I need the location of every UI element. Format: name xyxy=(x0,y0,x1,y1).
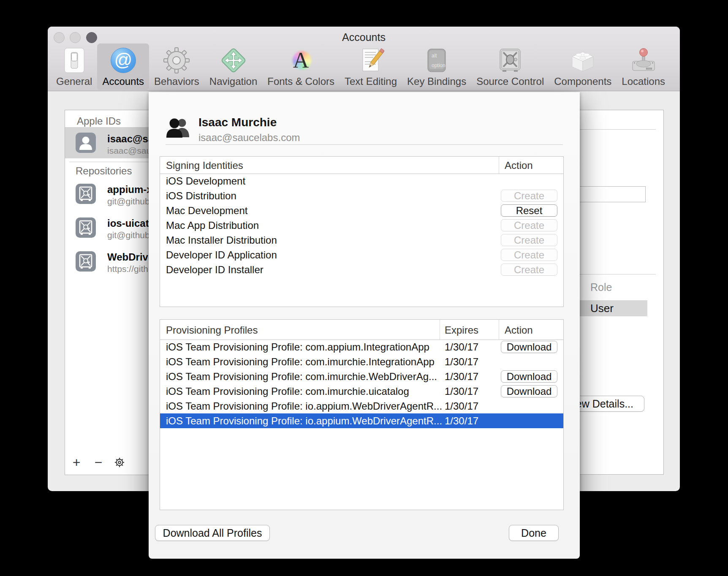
signing-name: Mac Installer Distribution xyxy=(166,234,277,246)
toolbar-item-general[interactable]: General xyxy=(51,43,97,90)
toolbar-item-locations[interactable]: Locations xyxy=(617,43,670,90)
provisioning-profiles-header: Provisioning Profiles xyxy=(166,324,258,336)
signing-row[interactable]: Developer ID Installer Create xyxy=(160,262,563,277)
profile-row[interactable]: iOS Team Provisioning Profile: io.appium… xyxy=(160,399,563,413)
repo-safe-icon xyxy=(76,217,96,239)
locations-drive-icon xyxy=(630,47,657,74)
download-button[interactable]: Download xyxy=(501,341,557,353)
column-divider xyxy=(440,320,440,340)
components-brick-icon xyxy=(569,47,596,74)
navigation-diamond-icon xyxy=(220,47,247,74)
create-button[interactable]: Create xyxy=(501,264,557,276)
profile-row[interactable]: iOS Team Provisioning Profile: com.imurc… xyxy=(160,384,563,399)
option-key-icon: altoption xyxy=(423,47,450,74)
remove-account-button[interactable]: − xyxy=(90,454,106,470)
create-button[interactable]: Create xyxy=(501,234,557,246)
action-column-header: Action xyxy=(505,324,533,336)
repo-safe-icon xyxy=(76,251,96,273)
general-icon xyxy=(61,47,88,74)
profile-name: iOS Team Provisioning Profile: com.imurc… xyxy=(166,371,437,383)
window-title: Accounts xyxy=(48,31,680,43)
toolbar-items: General @ Accounts Behaviors Navigation … xyxy=(51,43,670,90)
action-column-header: Action xyxy=(505,160,533,171)
signing-row[interactable]: iOS Distribution Create xyxy=(160,188,563,203)
sheet-account-email: isaac@saucelabs.com xyxy=(198,132,300,144)
text-editing-icon xyxy=(357,47,384,74)
profile-name: iOS Team Provisioning Profile: com.appiu… xyxy=(166,341,429,353)
toolbar-item-source-control[interactable]: Source Control xyxy=(471,43,549,90)
toolbar-item-navigation[interactable]: Navigation xyxy=(204,43,262,90)
profile-row[interactable]: iOS Team Provisioning Profile: com.appiu… xyxy=(160,340,563,354)
profile-expires: 1/30/17 xyxy=(445,415,478,427)
expires-column-header: Expires xyxy=(445,324,478,336)
profile-name: iOS Team Provisioning Profile: io.appium… xyxy=(166,400,442,412)
signing-name: Mac Development xyxy=(166,205,247,217)
toolbar-item-label: Locations xyxy=(622,76,665,87)
create-button[interactable]: Create xyxy=(501,249,557,261)
toolbar-item-components[interactable]: Components xyxy=(549,43,617,90)
signing-row[interactable]: Mac Development Reset xyxy=(160,203,563,218)
create-button[interactable]: Create xyxy=(501,190,557,202)
signing-identities-header: Signing Identities xyxy=(166,160,243,171)
toolbar-item-label: Accounts xyxy=(102,76,144,87)
toolbar-item-label: Behaviors xyxy=(154,76,199,87)
add-account-button[interactable]: + xyxy=(68,454,84,470)
safe-icon xyxy=(497,47,524,74)
signing-row[interactable]: iOS Development xyxy=(160,174,563,188)
toolbar-item-label: Key Bindings xyxy=(407,76,466,87)
accounts-icon: @ xyxy=(110,47,137,74)
create-button[interactable]: Create xyxy=(501,219,557,231)
toolbar-item-accounts[interactable]: @ Accounts xyxy=(97,43,149,90)
profile-expires: 1/30/17 xyxy=(445,356,478,368)
signing-row[interactable]: Mac Installer Distribution Create xyxy=(160,233,563,247)
toolbar-item-fonts-colors[interactable]: A Fonts & Colors xyxy=(262,43,340,90)
account-details-sheet: Isaac Murchie isaac@saucelabs.com Signin… xyxy=(149,92,580,559)
screenshot-root: { "window": { "title": "Accounts" }, "to… xyxy=(0,0,728,576)
profile-expires: 1/30/17 xyxy=(445,386,478,397)
multi-person-avatar-icon xyxy=(166,117,191,140)
person-icon xyxy=(76,133,96,155)
profile-name: iOS Team Provisioning Profile: com.imurc… xyxy=(166,356,435,368)
toolbar-item-key-bindings[interactable]: altoption Key Bindings xyxy=(402,43,471,90)
signing-name: iOS Development xyxy=(166,175,245,187)
svg-text:alt: alt xyxy=(432,53,437,59)
toolbar: Accounts General @ Accounts Behaviors xyxy=(48,27,680,91)
toolbar-item-text-editing[interactable]: Text Editing xyxy=(340,43,402,90)
signing-name: Developer ID Installer xyxy=(166,264,263,276)
provisioning-profiles-table: Provisioning Profiles Expires Action iOS… xyxy=(160,319,564,510)
profile-row[interactable]: iOS Team Provisioning Profile: com.imurc… xyxy=(160,354,563,369)
toolbar-item-label: Text Editing xyxy=(345,76,397,87)
svg-text:option: option xyxy=(432,62,445,68)
repositories-header: Repositories xyxy=(76,165,132,177)
column-divider xyxy=(499,157,499,174)
fonts-colors-icon: A xyxy=(288,47,315,74)
download-button[interactable]: Download xyxy=(501,370,557,383)
reset-button[interactable]: Reset xyxy=(501,204,557,217)
signing-name: Developer ID Application xyxy=(166,249,277,261)
download-all-profiles-button[interactable]: Download All Profiles xyxy=(155,525,270,541)
sheet-account-name: Isaac Murchie xyxy=(198,116,277,129)
toolbar-item-label: Navigation xyxy=(209,76,257,87)
profile-name: iOS Team Provisioning Profile: com.imurc… xyxy=(166,386,409,397)
provisioning-profiles-header-row: Provisioning Profiles Expires Action xyxy=(160,320,563,340)
profile-row[interactable]: iOS Team Provisioning Profile: com.imurc… xyxy=(160,369,563,384)
gear-icon xyxy=(163,47,190,74)
apple-ids-header: Apple IDs xyxy=(77,115,121,127)
toolbar-item-label: Components xyxy=(554,76,611,87)
toolbar-item-label: General xyxy=(56,76,92,87)
repo-safe-icon xyxy=(76,184,96,206)
signing-identities-header-row: Signing Identities Action xyxy=(160,157,563,174)
signing-identities-table: Signing Identities Action iOS Developmen… xyxy=(160,156,564,307)
toolbar-item-behaviors[interactable]: Behaviors xyxy=(149,43,204,90)
signing-row[interactable]: Developer ID Application Create xyxy=(160,247,563,262)
download-button[interactable]: Download xyxy=(501,385,557,397)
signing-name: iOS Distribution xyxy=(166,190,236,202)
role-value: User xyxy=(590,302,614,315)
done-button[interactable]: Done xyxy=(509,525,559,541)
signing-row[interactable]: Mac App Distribution Create xyxy=(160,218,563,233)
profile-row-selected[interactable]: iOS Team Provisioning Profile: io.appium… xyxy=(160,413,563,428)
signing-name: Mac App Distribution xyxy=(166,220,259,231)
column-divider xyxy=(499,320,499,340)
account-actions-gear-button[interactable] xyxy=(111,454,128,470)
toolbar-item-label: Source Control xyxy=(476,76,544,87)
